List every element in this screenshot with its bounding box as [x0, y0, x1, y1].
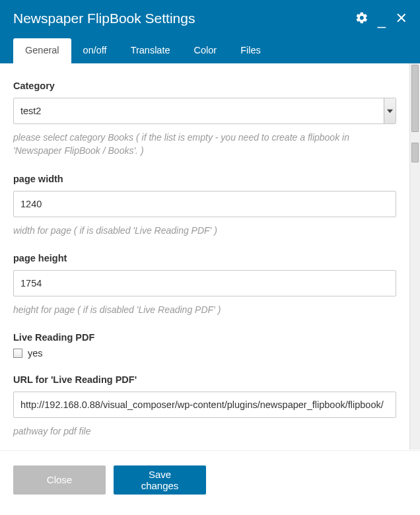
page-height-hint: height for page ( if is disabled 'Live R… — [13, 303, 396, 316]
scrollbar[interactable] — [409, 63, 420, 450]
minimize-icon[interactable]: _ — [378, 13, 386, 28]
category-select[interactable]: test2 — [13, 98, 396, 124]
chevron-down-icon[interactable] — [384, 98, 396, 123]
close-icon[interactable] — [395, 11, 408, 24]
tab-general[interactable]: General — [13, 38, 71, 63]
content-wrap: Category test2 please select category Bo… — [0, 63, 420, 450]
tab-bar: General on/off Translate Color Files — [13, 38, 407, 63]
live-reading-checkbox-row: yes — [13, 348, 396, 359]
page-width-label: page width — [13, 174, 396, 184]
close-button[interactable]: Close — [13, 465, 106, 495]
page-width-input[interactable] — [13, 191, 396, 217]
live-reading-checkbox-label: yes — [28, 348, 43, 359]
category-hint: please select category Books ( if the li… — [13, 131, 396, 158]
save-button[interactable]: Save changes — [114, 465, 206, 495]
page-width-hint: width for page ( if is disabled 'Live Re… — [13, 224, 396, 237]
url-live-input[interactable] — [13, 392, 396, 418]
tab-color[interactable]: Color — [182, 38, 229, 63]
dialog-header: Newspaper FlipBook Settings _ General on… — [0, 0, 420, 63]
header-icon-group: _ — [355, 11, 408, 25]
page-height-input[interactable] — [13, 270, 396, 296]
dialog-footer: Close Save changes — [0, 450, 420, 508]
dialog-title: Newspaper FlipBook Settings — [13, 11, 407, 38]
live-reading-checkbox[interactable] — [13, 349, 22, 358]
category-value: test2 — [14, 106, 384, 116]
category-label: Category — [13, 81, 396, 91]
tab-onoff[interactable]: on/off — [71, 38, 119, 63]
tab-files[interactable]: Files — [228, 38, 273, 63]
settings-content: Category test2 please select category Bo… — [0, 63, 409, 450]
live-reading-label: Live Reading PDF — [13, 332, 396, 343]
tab-translate[interactable]: Translate — [119, 38, 182, 63]
url-live-hint: pathway for pdf file — [13, 425, 396, 438]
url-live-label: URL for 'Live Reading PDF' — [13, 374, 396, 385]
gear-icon[interactable] — [355, 11, 368, 24]
page-height-label: page height — [13, 253, 396, 263]
